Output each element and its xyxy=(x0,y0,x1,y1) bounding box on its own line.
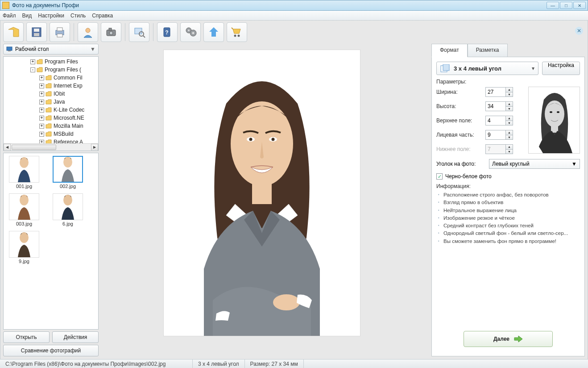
tree-row[interactable]: +Microsoft.NE xyxy=(4,114,98,122)
menu-view[interactable]: Вид xyxy=(22,13,32,19)
expand-toggle[interactable]: + xyxy=(39,132,44,137)
panel-close-icon[interactable]: ✕ xyxy=(575,27,583,35)
thumbnail-item[interactable]: 003.jpg xyxy=(6,193,42,226)
spin-up[interactable]: ▲ xyxy=(506,87,513,92)
svg-rect-1 xyxy=(34,29,39,32)
tree-row[interactable]: +Internet Exp xyxy=(4,82,98,90)
next-button[interactable]: Далее xyxy=(464,331,553,347)
param-width-input[interactable] xyxy=(485,87,506,97)
spin-up[interactable]: ▲ xyxy=(506,101,513,106)
toolbar-help-button[interactable]: ? xyxy=(157,22,178,42)
minimize-button[interactable]: — xyxy=(547,2,559,9)
expand-toggle[interactable]: + xyxy=(39,75,44,80)
spin-down[interactable]: ▼ xyxy=(506,121,513,126)
scroll-left-button[interactable]: ◀ xyxy=(4,144,11,151)
info-item: Средний контраст без глубоких теней xyxy=(438,222,580,230)
spin-down[interactable]: ▼ xyxy=(506,106,513,112)
status-path: C:\Program Files (x86)\Фото на документы… xyxy=(0,360,193,368)
format-settings-button[interactable]: Настройка xyxy=(542,62,580,75)
expand-toggle[interactable]: + xyxy=(39,100,44,105)
horizontal-scrollbar[interactable]: ◀ ▶ xyxy=(4,143,98,151)
maximize-button[interactable]: □ xyxy=(560,2,572,9)
svg-point-33 xyxy=(249,138,253,141)
thumbnail-item[interactable]: 9.jpg xyxy=(6,231,42,264)
right-panel: Формат Разметка 3 x 4 левый угол ▾ Настр… xyxy=(431,44,585,356)
thumbnail-list: 001.jpg002.jpg003.jpg6.jpg9.jpg xyxy=(3,153,99,330)
spin-down[interactable]: ▼ xyxy=(506,135,513,140)
folder-icon xyxy=(46,107,52,113)
expand-toggle[interactable]: + xyxy=(39,116,44,121)
expand-toggle[interactable]: + xyxy=(39,84,44,88)
camera-icon xyxy=(105,26,117,38)
menu-help[interactable]: Справка xyxy=(92,13,113,19)
param-bottom-label: Нижнее поле: xyxy=(436,146,485,152)
toolbar-video-button[interactable] xyxy=(180,22,201,42)
folder-tree[interactable]: +Program Files-Program Files (+Common Fi… xyxy=(3,56,99,151)
toolbar-update-button[interactable] xyxy=(203,22,224,42)
thumbnail-image xyxy=(9,231,39,258)
thumbnail-item[interactable]: 001.jpg xyxy=(6,156,42,189)
compare-button[interactable]: Сравнение фотографий xyxy=(3,345,99,356)
menu-file[interactable]: Файл xyxy=(3,13,16,19)
thumbnail-item[interactable]: 002.jpg xyxy=(50,156,86,189)
tab-layout[interactable]: Разметка xyxy=(468,44,508,57)
tree-row[interactable]: +Java xyxy=(4,98,98,106)
svg-line-12 xyxy=(143,36,145,38)
expand-toggle[interactable]: + xyxy=(30,59,35,64)
toolbar-open-button[interactable] xyxy=(3,22,24,42)
expand-toggle[interactable]: + xyxy=(39,108,44,113)
svg-rect-2 xyxy=(34,33,39,36)
app-icon xyxy=(2,2,9,9)
svg-rect-24 xyxy=(8,50,11,51)
tab-format[interactable]: Формат xyxy=(431,44,468,57)
photo-canvas[interactable] xyxy=(164,50,360,336)
tree-row[interactable]: +Program Files xyxy=(4,58,98,66)
expand-toggle[interactable]: + xyxy=(39,92,44,96)
tree-label: Mozilla Main xyxy=(54,123,83,129)
param-face-input[interactable] xyxy=(485,130,506,140)
param-top-input[interactable] xyxy=(485,116,506,125)
toolbar-cart-button[interactable] xyxy=(227,22,247,42)
canvas-area xyxy=(101,44,429,356)
svg-point-8 xyxy=(109,31,113,35)
close-button[interactable]: ✕ xyxy=(573,2,586,9)
chevron-down-icon: ▼ xyxy=(571,161,577,167)
location-dropdown[interactable]: Рабочий стол ▼ xyxy=(3,44,99,54)
param-height-label: Высота: xyxy=(436,103,485,109)
open-button[interactable]: Открыть xyxy=(3,331,50,343)
toolbar-zoom-button[interactable] xyxy=(129,22,149,42)
tree-row[interactable]: +Mozilla Main xyxy=(4,122,98,130)
bw-checkbox[interactable]: Черно-белое фото xyxy=(436,173,580,180)
spin-up[interactable]: ▲ xyxy=(506,116,513,121)
format-selector[interactable]: 3 x 4 левый угол ▾ xyxy=(436,62,538,75)
tree-label: Common Fil xyxy=(54,75,83,81)
desktop-icon xyxy=(6,46,12,52)
scroll-thumb[interactable] xyxy=(12,145,56,150)
tree-row[interactable]: +K-Lite Codec xyxy=(4,106,98,114)
spin-down[interactable]: ▼ xyxy=(506,92,513,97)
menu-style[interactable]: Стиль xyxy=(70,13,86,19)
scroll-right-button[interactable]: ▶ xyxy=(91,144,98,151)
toolbar-print-button[interactable] xyxy=(50,22,70,42)
thumbnail-label: 9.jpg xyxy=(19,259,29,264)
toolbar-save-button[interactable] xyxy=(26,22,47,42)
tree-row[interactable]: -Program Files ( xyxy=(4,66,98,74)
toolbar-camera-button[interactable] xyxy=(101,22,121,42)
toolbar-user-button[interactable] xyxy=(78,22,98,42)
spin-up[interactable]: ▲ xyxy=(506,130,513,135)
corner-select[interactable]: Левый круглый▼ xyxy=(489,159,580,169)
actions-button[interactable]: Действия xyxy=(52,331,99,343)
tree-row[interactable]: +MSBuild xyxy=(4,130,98,138)
thumbnail-item[interactable]: 6.jpg xyxy=(50,193,86,226)
expand-toggle[interactable]: - xyxy=(30,67,35,72)
tree-row[interactable]: +Common Fil xyxy=(4,74,98,82)
corner-value: Левый круглый xyxy=(492,161,571,167)
param-height-input[interactable] xyxy=(485,101,506,111)
tree-row[interactable]: +IObit xyxy=(4,90,98,98)
menu-settings[interactable]: Настройки xyxy=(38,13,64,19)
thumbnail-image xyxy=(53,193,83,220)
thumbnail-image xyxy=(9,156,39,183)
titlebar: Фото на документы Профи — □ ✕ xyxy=(0,0,588,11)
format-label: 3 x 4 левый угол xyxy=(454,65,528,72)
expand-toggle[interactable]: + xyxy=(39,124,44,129)
